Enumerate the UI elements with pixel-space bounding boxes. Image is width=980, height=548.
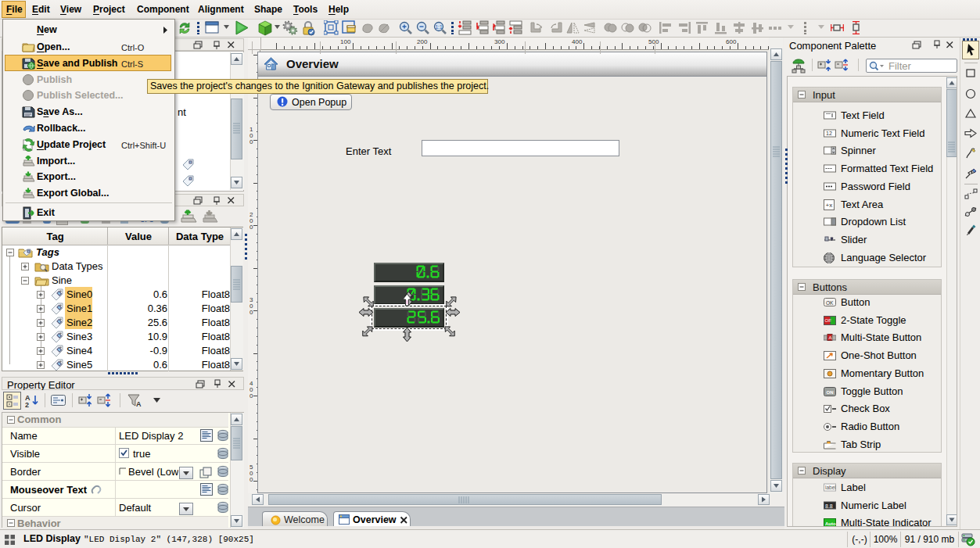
svg-text:OF: OF <box>825 318 832 323</box>
svg-text:A: A <box>829 335 832 340</box>
svg-text:A: A <box>136 400 142 408</box>
svg-text:OK: OK <box>826 300 834 306</box>
svg-text:12: 12 <box>826 131 832 136</box>
svg-text:2: 2 <box>25 401 29 408</box>
svg-text:+x: +x <box>826 202 833 209</box>
svg-text:label: label <box>825 485 836 490</box>
svg-text:8.8: 8.8 <box>825 503 833 509</box>
svg-text:ON: ON <box>827 390 834 395</box>
svg-text:1:1: 1:1 <box>435 24 442 30</box>
svg-text:Auto: Auto <box>825 521 836 526</box>
